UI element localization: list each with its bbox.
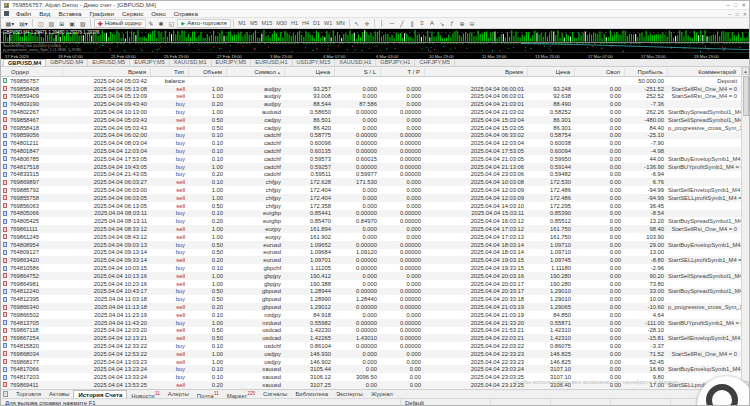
- table-row[interactable]: 7698584082025.04.04 05:13:08sell1.00audj…: [1, 85, 749, 93]
- chart-tab-0[interactable]: GBPUSD,M4: [3, 59, 46, 66]
- tab-Почта[interactable]: Почта11: [193, 390, 223, 398]
- chart-tab-6[interactable]: EURUSD,H1: [251, 59, 292, 66]
- table-row[interactable]: 7648105862025.04.04 10:03:15buy0.10gbpch…: [1, 264, 749, 272]
- crosshair-icon[interactable]: ✛: [362, 19, 371, 28]
- vertical-scrollbar[interactable]: ▲ ▼: [741, 67, 749, 389]
- strategy-tester-icon[interactable]: ▧: [78, 19, 88, 28]
- column-header-9[interactable]: Цена: [528, 68, 575, 76]
- fibonacci-icon[interactable]: ≡: [417, 19, 426, 28]
- terminal-icon[interactable]: ▣: [67, 19, 77, 28]
- table-row[interactable]: 7648091272025.04.04 09:13:14buy0.50eurus…: [1, 249, 749, 257]
- tab-Библиотека[interactable]: Библиотека: [291, 390, 332, 398]
- table-row[interactable]: 7698584182025.04.04 05:03:43sell0.50cadj…: [1, 124, 749, 132]
- table-row[interactable]: 7648067852025.04.04 17:53:05buy0.10cadch…: [1, 155, 749, 163]
- table-row[interactable]: 7648050662025.04.04 08:03:11buy0.10eurgb…: [1, 210, 749, 218]
- table-row[interactable]: 7698634202025.04.04 09:33:14sell0.20euru…: [1, 256, 749, 264]
- timeframe-D1[interactable]: D1: [311, 19, 322, 28]
- vertical-line-icon[interactable]: │: [377, 19, 386, 28]
- table-row[interactable]: 7648333152025.04.04 21:43:05buy0.20cadch…: [1, 171, 749, 179]
- table-row[interactable]: 7698672542025.04.04 12:13:21sell0.50usdc…: [1, 334, 749, 342]
- column-header-4[interactable]: Символ ▴: [227, 68, 285, 76]
- tab-История Счета[interactable]: История Счета: [73, 390, 127, 398]
- tab-Сигналы[interactable]: Сигналы: [259, 390, 291, 398]
- mdi-close-button[interactable]: ✕: [743, 11, 747, 17]
- table-row[interactable]: 7648054252025.04.04 08:13:11buy0.20eurgb…: [1, 217, 749, 225]
- new-chart-icon[interactable]: ▦▾: [4, 19, 17, 28]
- table-row[interactable]: 7698665022025.04.04 11:23:19sell0.10nzdj…: [1, 311, 749, 319]
- table-row[interactable]: 7698611112025.04.04 08:33:12sell1.00eurj…: [1, 225, 749, 233]
- timeframe-MN[interactable]: MN: [334, 19, 347, 28]
- table-row[interactable]: 7698567572025.04.04 05:03:42balance50 00…: [1, 77, 749, 85]
- table-row[interactable]: 7648022672025.04.04 10:13:00buy1.00audus…: [1, 108, 749, 116]
- table-row[interactable]: 7698560632025.04.04 06:13:05sell0.50chfj…: [1, 202, 749, 210]
- table-row[interactable]: 7698671182025.04.04 12:03:20sell0.50usdc…: [1, 327, 749, 335]
- column-header-12[interactable]: Комментарий: [668, 68, 749, 76]
- profiles-icon[interactable]: ▤▾: [17, 19, 30, 28]
- data-window-icon[interactable]: ▥: [47, 19, 57, 28]
- tab-Новости[interactable]: Новости11: [127, 390, 163, 398]
- indicators-icon[interactable]: ƒ: [447, 19, 456, 28]
- table-row[interactable]: 7698594092025.04.04 05:13:09sell1.00audj…: [1, 93, 749, 101]
- column-header-2[interactable]: Тип: [151, 68, 189, 76]
- table-row[interactable]: 7698557582025.04.04 06:03:05sell1.00chfj…: [1, 194, 749, 202]
- table-row[interactable]: 7648137052025.04.04 11:43:20buy1.00nzdus…: [1, 319, 749, 327]
- menu-item-Сервис[interactable]: Сервис: [118, 10, 147, 17]
- trendline-icon[interactable]: ╱: [397, 19, 406, 28]
- table-row[interactable]: 7648031902025.04.04 09:43:40buy0.20audjp…: [1, 100, 749, 108]
- column-header-8[interactable]: Время: [425, 68, 528, 76]
- timeframe-M15[interactable]: M15: [260, 19, 275, 28]
- table-row[interactable]: 7698584672025.04.04 05:03:43sell0.50cadj…: [1, 116, 749, 124]
- column-header-3[interactable]: Объем: [189, 68, 227, 76]
- column-header-0[interactable]: Ордер: [1, 68, 63, 76]
- options-icon[interactable]: ✱: [157, 19, 166, 28]
- table-row[interactable]: 7698649812025.04.04 10:23:16sell1.00gbpj…: [1, 280, 749, 288]
- column-header-5[interactable]: Цена: [285, 68, 335, 76]
- table-row[interactable]: 7698663402025.04.04 11:13:18sell0.20gbpu…: [1, 303, 749, 311]
- channel-icon[interactable]: ∥: [407, 19, 416, 28]
- autotrading-button[interactable]: ▶ Авто-торговля: [177, 19, 230, 28]
- chart-tab-1[interactable]: GBPUSD,M4: [46, 59, 88, 66]
- chart-tab-3[interactable]: EURJPY,M5: [130, 59, 170, 66]
- table-row[interactable]: 7648170662025.04.04 13:23:24buy0.10xauus…: [1, 365, 749, 373]
- text-label-icon[interactable]: A: [427, 19, 436, 28]
- menu-item-Файл[interactable]: Файл: [12, 10, 35, 17]
- table-row[interactable]: 7698681772025.04.04 13:03:23sell1.00usdj…: [1, 358, 749, 366]
- status-profile[interactable]: Default: [401, 399, 491, 406]
- chart-tab-5[interactable]: EURJPY,M5: [212, 59, 252, 66]
- scrollbar-thumb[interactable]: [743, 76, 749, 116]
- fullscreen-icon[interactable]: ◱: [167, 19, 177, 28]
- menu-item-Справка[interactable]: Справка: [170, 10, 202, 17]
- chart-tab-7[interactable]: USDJPY,M15: [293, 59, 336, 66]
- tab-Алерты[interactable]: Алерты: [164, 390, 193, 398]
- table-row[interactable]: 7648089542025.04.04 09:03:13buy0.50eurus…: [1, 241, 749, 249]
- column-header-1[interactable]: Время: [63, 68, 151, 76]
- mdi-minimize-button[interactable]: ─: [728, 11, 732, 17]
- table-row[interactable]: 7648018472025.04.04 12:03:04buy0.10cadch…: [1, 147, 749, 155]
- arrow-object-icon[interactable]: ↘: [437, 19, 446, 28]
- chart-tab-10[interactable]: CHFJPY,M5: [415, 59, 454, 66]
- zoom-out-icon[interactable]: ⊖: [467, 19, 476, 28]
- menu-item-Вид[interactable]: Вид: [35, 10, 54, 17]
- table-row[interactable]: 7698698972025.04.04 06:03:27sell0.10chfj…: [1, 178, 749, 186]
- market-watch-icon[interactable]: ◫: [36, 19, 46, 28]
- tab-Активы[interactable]: Активы: [45, 390, 73, 398]
- timeframe-M5[interactable]: M5: [248, 19, 260, 28]
- tab-Журнал[interactable]: Журнал: [367, 390, 397, 398]
- timeframe-H1[interactable]: H1: [289, 19, 300, 28]
- navigator-icon[interactable]: ⊞: [57, 19, 66, 28]
- table-row[interactable]: 7698647522025.04.04 10:13:16sell1.00gbpj…: [1, 272, 749, 280]
- table-row[interactable]: 7648012112025.04.04 08:03:04buy0.10cadch…: [1, 139, 749, 147]
- chart-tab-9[interactable]: GBPJPY,H1: [376, 59, 415, 66]
- zoom-in-icon[interactable]: ⊕: [457, 19, 466, 28]
- menu-item-Вставка[interactable]: Вставка: [54, 10, 85, 17]
- horizontal-line-icon[interactable]: ─: [387, 19, 396, 28]
- table-row[interactable]: 7698857922025.04.04 06:03:00sell1.00chfj…: [1, 186, 749, 194]
- table-row[interactable]: 7698590562025.04.04 06:02:00buy0.10cadch…: [1, 132, 749, 140]
- tab-Маркет[interactable]: Маркет225: [223, 390, 259, 398]
- column-header-6[interactable]: S / L: [335, 68, 381, 76]
- table-row[interactable]: 7648122402025.04.04 10:43:17buy0.50gbpus…: [1, 288, 749, 296]
- table-row[interactable]: 7698612452025.04.04 08:43:12sell1.00eurj…: [1, 233, 749, 241]
- menu-item-Окно[interactable]: Окно: [147, 10, 169, 17]
- column-header-11[interactable]: Прибыль: [625, 68, 668, 76]
- mdi-restore-button[interactable]: □: [736, 11, 739, 17]
